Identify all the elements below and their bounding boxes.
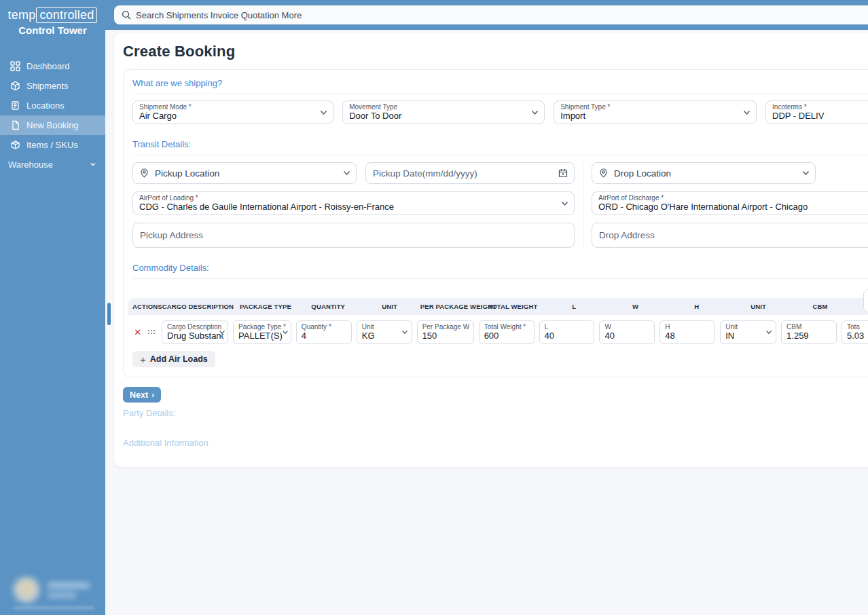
chevron-down-icon	[343, 170, 350, 176]
field-value: 150	[422, 331, 469, 341]
search-placeholder: Search Shipments Invoice Quotation More	[136, 10, 302, 20]
sidebar-item-label: Dashboard	[26, 61, 70, 71]
per-package-weight-input[interactable]: Per Package We 150	[417, 320, 474, 344]
field-value: 4	[302, 331, 347, 341]
transit-columns: Pickup Location Pickup Date(mm/dd/yyyy) …	[132, 162, 868, 248]
calendar-icon[interactable]	[558, 168, 568, 178]
plus-icon: +	[140, 354, 146, 365]
sidebar-item-items-skus[interactable]: Items / SKUs	[0, 135, 105, 155]
input-placeholder: Pickup Date(mm/dd/yyyy)	[373, 168, 477, 179]
shipping-fields-row: Shipment Mode * Air Cargo Movement Type …	[132, 100, 868, 124]
add-air-loads-label: Add Air Loads	[150, 354, 208, 364]
column-header: UNIT	[727, 303, 789, 310]
drop-column: Drop Location AirPort of Discharge * ORD…	[583, 162, 868, 248]
section-scroll-indicator	[107, 303, 111, 325]
length-input[interactable]: L 40	[539, 320, 595, 344]
chevron-down-icon	[561, 201, 568, 206]
field-label: Shipment Type *	[560, 103, 740, 111]
package-type-select[interactable]: Package Type * PALLET(S)	[233, 320, 291, 344]
field-label: AirPort of Discharge *	[598, 194, 868, 202]
section-heading-additional-info: Additional Information	[123, 438, 868, 448]
airport-of-loading-select[interactable]: AirPort of Loading * CDG - Charles de Ga…	[132, 191, 575, 215]
field-value: Door To Door	[349, 111, 528, 122]
pickup-address-textarea[interactable]: Pickup Address	[132, 223, 575, 248]
sidebar-item-dashboard[interactable]: Dashboard	[0, 56, 105, 76]
field-value: IN	[725, 331, 772, 341]
delete-row-button[interactable]: ✕	[132, 327, 143, 337]
app-logo: tempcontrolled Control Tower	[0, 0, 105, 36]
sidebar-item-warehouse[interactable]: Warehouse	[0, 155, 105, 174]
user-profile-blurred[interactable]	[5, 573, 101, 610]
field-label: W	[604, 323, 650, 331]
field-value: 40	[545, 331, 590, 341]
avatar	[14, 577, 39, 603]
chevron-down-icon	[765, 330, 772, 335]
chevron-down-icon	[802, 170, 810, 176]
sidebar-item-new-booking[interactable]: New Booking	[0, 115, 105, 135]
movement-type-select[interactable]: Movement Type Door To Door	[342, 100, 545, 124]
select-placeholder: Pickup Location	[155, 168, 219, 179]
sidebar-item-label: Locations	[26, 100, 65, 111]
field-value: Drug Substance	[167, 331, 223, 341]
next-button[interactable]: Next ›	[123, 387, 161, 403]
box-icon	[10, 140, 20, 150]
select-placeholder: Drop Location	[614, 168, 671, 179]
total-cbm-input[interactable]: Tota 5.03	[842, 320, 868, 344]
chevron-down-icon	[743, 110, 751, 115]
drop-address-textarea[interactable]: Drop Address	[592, 223, 868, 248]
drag-handle[interactable]	[148, 330, 158, 335]
column-header: W	[604, 303, 666, 310]
field-label: L	[545, 323, 590, 331]
drop-location-select[interactable]: Drop Location	[592, 162, 816, 184]
global-search-input[interactable]: Search Shipments Invoice Quotation More	[114, 5, 868, 24]
sidebar-item-shipments[interactable]: Shipments	[0, 76, 105, 96]
textarea-placeholder: Drop Address	[599, 230, 655, 240]
incoterms-select[interactable]: Incoterms * DDP - DELIV	[765, 100, 868, 124]
section-heading-shipping: What are we shipping?	[132, 78, 868, 94]
sidebar-item-label: New Booking	[26, 120, 79, 130]
field-label: H	[665, 323, 710, 331]
sidebar-item-locations[interactable]: Locations	[0, 96, 105, 115]
pickup-date-input[interactable]: Pickup Date(mm/dd/yyyy)	[365, 162, 575, 184]
field-label: Shipment Mode *	[139, 103, 317, 111]
document-icon	[10, 120, 20, 130]
create-booking-card: Create Booking What are we shipping? Shi…	[114, 33, 868, 467]
column-header: H	[666, 303, 727, 310]
field-value: 600	[484, 331, 530, 341]
sidebar: tempcontrolled Control Tower Dashboard S…	[0, 0, 105, 615]
commodity-table-header: ACTIONS CARGO DESCRIPTION PACKAGE TYPE Q…	[128, 298, 868, 315]
add-air-loads-button[interactable]: + Add Air Loads	[132, 351, 215, 367]
shipment-type-select[interactable]: Shipment Type * Import	[554, 100, 757, 124]
column-header: UNIT	[359, 303, 420, 310]
field-label: Unit	[362, 323, 408, 331]
weight-unit-select[interactable]: Unit KG	[357, 320, 412, 344]
chevron-down-icon	[282, 330, 289, 335]
section-heading-party-details: Party Details:	[123, 408, 868, 418]
table-scroll-right-button[interactable]	[863, 289, 868, 312]
height-input[interactable]: H 48	[659, 320, 715, 344]
width-input[interactable]: W 40	[599, 320, 655, 344]
chevron-right-icon: ›	[151, 390, 154, 400]
section-heading-transit: Transit Details:	[132, 139, 868, 155]
field-label: Cargo Description	[167, 323, 223, 331]
field-label: Unit	[725, 323, 772, 331]
field-value: Import	[560, 111, 740, 122]
column-header: CBM	[789, 303, 850, 310]
field-label: Per Package We	[422, 323, 469, 331]
airport-of-discharge-select[interactable]: AirPort of Discharge * ORD - Chicago O'H…	[592, 191, 868, 215]
column-header: ACTIONS	[132, 303, 162, 310]
logo-wordmark: tempcontrolled	[0, 8, 105, 22]
sidebar-item-label: Warehouse	[8, 160, 53, 170]
cargo-description-select[interactable]: Cargo Description Drug Substance	[162, 320, 228, 344]
pickup-location-select[interactable]: Pickup Location	[132, 162, 357, 184]
dimension-unit-select[interactable]: Unit IN	[720, 320, 776, 344]
total-weight-input[interactable]: Total Weight * 600	[479, 320, 535, 344]
chevron-down-icon	[219, 330, 225, 335]
cbm-input[interactable]: CBM 1.259	[781, 320, 837, 344]
search-icon	[122, 10, 131, 20]
field-label: Total Weight *	[484, 323, 530, 331]
field-label: Tota	[847, 323, 868, 331]
shipment-mode-select[interactable]: Shipment Mode * Air Cargo	[132, 100, 333, 124]
quantity-input[interactable]: Quantity * 4	[296, 320, 352, 344]
field-value: PALLET(S)	[238, 331, 287, 341]
